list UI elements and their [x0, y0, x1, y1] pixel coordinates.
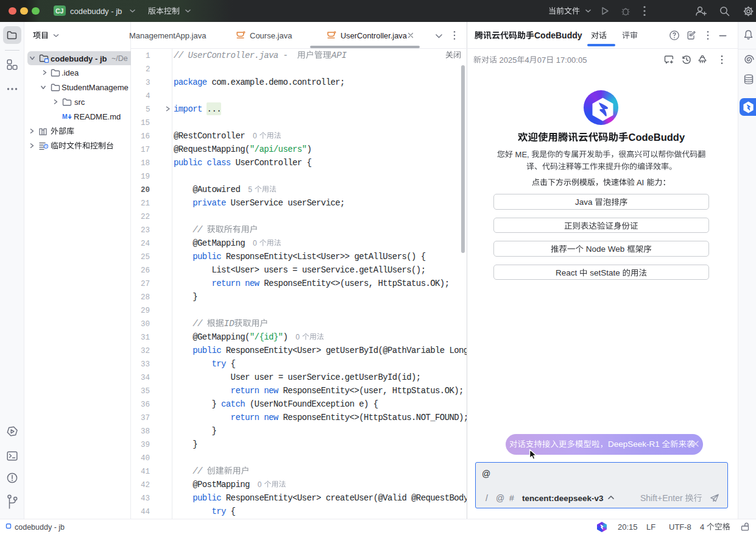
svg-text:26: 26 — [141, 266, 150, 275]
svg-text:public: public — [193, 346, 221, 355]
svg-text:30: 30 — [141, 320, 150, 329]
svg-text:M: M — [62, 113, 68, 120]
svg-text:UserController.java: UserController.java — [341, 31, 408, 40]
svg-text:3: 3 — [146, 79, 150, 87]
svg-text:44: 44 — [141, 508, 150, 516]
svg-text:ResponseEntity<>(user, HttpSta: ResponseEntity<>(user, HttpStatus.OK); — [278, 386, 464, 396]
svg-text:DeepSeek-R1: DeepSeek-R1 — [608, 440, 662, 449]
svg-text:4: 4 — [525, 55, 529, 65]
svg-text:20: 20 — [141, 186, 150, 194]
svg-text:Shift+Enter: Shift+Enter — [640, 493, 685, 503]
svg-text:try: try — [211, 359, 226, 369]
svg-text:42: 42 — [141, 481, 150, 490]
svg-text:24: 24 — [141, 240, 150, 248]
svg-text:}: } — [174, 292, 197, 302]
svg-text:return: return — [211, 279, 240, 288]
svg-text:39: 39 — [141, 441, 150, 449]
svg-text:43: 43 — [141, 494, 150, 503]
svg-text:CodeBuddy: CodeBuddy — [534, 30, 582, 40]
svg-text:23: 23 — [141, 226, 150, 235]
svg-text:codebuddy - jb: codebuddy - jb — [70, 7, 122, 16]
svg-text:0: 0 — [253, 239, 257, 247]
svg-text:17:00:05: 17:00:05 — [554, 55, 587, 65]
svg-text:16: 16 — [141, 132, 150, 141]
svg-text:UserService userService;: UserService userService; — [226, 198, 345, 208]
svg-text:35: 35 — [141, 387, 150, 396]
svg-text:...: ... — [207, 104, 221, 114]
svg-text:codebuddy - jb: codebuddy - jb — [15, 522, 65, 531]
svg-text:Java: Java — [575, 198, 595, 207]
svg-text:/: / — [486, 493, 488, 503]
svg-text:@RestController: @RestController — [174, 131, 245, 141]
svg-text:38: 38 — [141, 427, 150, 436]
svg-text:}: } — [174, 426, 216, 436]
svg-text:public: public — [174, 158, 202, 168]
svg-text:com.example.demo.controller;: com.example.demo.controller; — [207, 77, 345, 87]
svg-text:): ) — [283, 332, 288, 342]
svg-text:Course.java: Course.java — [250, 31, 292, 40]
svg-text:return: return — [231, 413, 260, 422]
svg-text:33: 33 — [141, 360, 150, 369]
svg-text:return: return — [231, 386, 260, 396]
svg-text:ID: ID — [224, 319, 235, 329]
svg-text:import: import — [174, 104, 202, 114]
svg-text:0: 0 — [258, 480, 262, 489]
svg-text:25: 25 — [141, 253, 150, 262]
svg-text:CJ: CJ — [55, 7, 64, 15]
svg-text:~/De: ~/De — [111, 54, 128, 63]
svg-text:ResponseEntity<>(HttpStatus.NO: ResponseEntity<>(HttpStatus.NOT_FOUND); — [278, 413, 468, 422]
svg-text:5: 5 — [248, 185, 252, 194]
svg-text:package: package — [174, 77, 207, 87]
svg-text:40: 40 — [141, 454, 150, 463]
svg-text:@: @ — [482, 469, 490, 479]
svg-text:): ) — [306, 144, 311, 154]
svg-text:README.md: README.md — [74, 112, 121, 121]
svg-text:31: 31 — [141, 333, 150, 342]
svg-text:4: 4 — [146, 92, 150, 101]
svg-text:15: 15 — [141, 119, 150, 127]
svg-text:ManagementApp.java: ManagementApp.java — [129, 31, 207, 40]
svg-text:0: 0 — [253, 132, 257, 140]
svg-text:Node Web: Node Web — [584, 244, 627, 254]
svg-text:@PostMapping: @PostMapping — [174, 480, 250, 490]
svg-text:new: new — [264, 413, 279, 422]
svg-text:class: class — [207, 158, 231, 168]
svg-text:StudentManageme: StudentManageme — [62, 83, 129, 92]
svg-text:{: { — [226, 507, 236, 516]
svg-text:22: 22 — [141, 213, 150, 221]
svg-text:new: new — [245, 279, 260, 288]
svg-text:41: 41 — [141, 468, 150, 476]
svg-text:19: 19 — [141, 173, 150, 181]
svg-text:{: { — [226, 359, 236, 369]
svg-text:codebuddy - jb: codebuddy - jb — [51, 54, 107, 63]
svg-text://: // — [174, 466, 207, 476]
svg-text:}: } — [174, 399, 221, 409]
svg-text:36: 36 — [141, 400, 150, 409]
svg-text:new: new — [264, 386, 279, 396]
svg-text:4: 4 — [700, 522, 707, 532]
svg-text:34: 34 — [141, 374, 150, 382]
svg-text:.idea: .idea — [62, 68, 79, 77]
svg-text:2025: 2025 — [497, 55, 517, 65]
svg-text:List<User> users = userService: List<User> users = userService.getAllUse… — [174, 265, 425, 275]
svg-text:37: 37 — [141, 414, 150, 422]
svg-text:07: 07 — [537, 55, 546, 65]
svg-text:@GetMapping: @GetMapping — [174, 238, 245, 248]
svg-text:catch: catch — [221, 399, 245, 409]
svg-text:1: 1 — [146, 52, 150, 60]
svg-text:2: 2 — [146, 65, 150, 74]
svg-text:29: 29 — [141, 307, 150, 315]
svg-text:// UserController.java -: // UserController.java - — [174, 51, 297, 60]
svg-text:UserController {: UserController { — [231, 158, 312, 168]
svg-text:@Autowired: @Autowired — [174, 185, 240, 194]
svg-text:ResponseEntity<List<User>> get: ResponseEntity<List<User>> getAllUsers()… — [221, 252, 426, 262]
svg-text:tencent:deepseek-v3: tencent:deepseek-v3 — [522, 494, 604, 503]
svg-text:@RequestMapping(: @RequestMapping( — [174, 144, 250, 154]
svg-text:28: 28 — [141, 293, 150, 302]
svg-text://: // — [174, 319, 207, 329]
svg-text:public: public — [193, 252, 221, 262]
svg-text:"/api/users": "/api/users" — [250, 144, 307, 154]
svg-text:17: 17 — [141, 146, 150, 154]
svg-text:27: 27 — [141, 280, 150, 288]
svg-text:@GetMapping(: @GetMapping( — [174, 332, 250, 342]
